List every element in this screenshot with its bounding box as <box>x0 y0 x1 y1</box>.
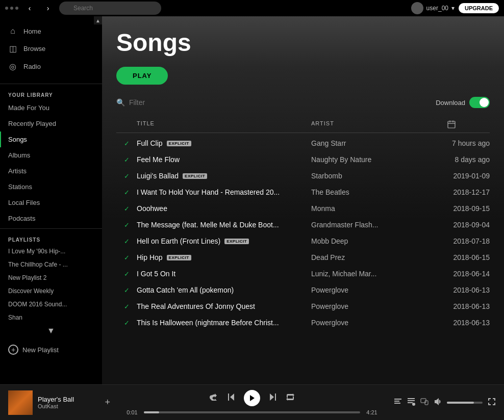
content-area: Songs PLAY 🔍 Download T <box>102 16 504 384</box>
topbar: ‹ › 🔍 user_00 ▾ UPGRADE <box>0 0 504 16</box>
explicit-badge: EXPLICIT <box>167 255 191 260</box>
radio-icon: ◎ <box>8 62 17 71</box>
sidebar-item-label: Made For You <box>8 104 49 112</box>
track-name: Player's Ball <box>38 396 99 403</box>
sidebar-item-albums[interactable]: Albums <box>0 147 102 163</box>
add-to-library-button[interactable]: + <box>105 397 110 408</box>
song-date: 2018-06-13 <box>413 302 490 310</box>
sidebar-scroll-down[interactable]: ▼ <box>0 324 102 337</box>
song-artist: Grandmaster Flash... <box>311 221 413 229</box>
sidebar-item-radio[interactable]: ◎ Radio <box>0 58 102 75</box>
username-label: user_00 <box>426 5 448 12</box>
table-row[interactable]: ✓ The Message (feat. Melle Mel & Duke Bo… <box>116 217 490 233</box>
controls-buttons <box>209 390 295 406</box>
filter-search-icon: 🔍 <box>116 98 125 107</box>
song-artist: Powerglove <box>311 286 413 294</box>
song-title: Hell on Earth (Front Lines) <box>137 237 220 245</box>
queue-button[interactable] <box>407 398 415 407</box>
volume-fill <box>447 402 474 404</box>
filter-input[interactable] <box>129 98 218 107</box>
volume-button[interactable] <box>434 398 442 407</box>
song-title: Feel Me Flow <box>137 155 180 164</box>
sidebar-scroll-up[interactable]: ▲ <box>94 16 102 24</box>
volume-bar[interactable] <box>447 402 483 404</box>
song-title: This Is Halloween (nightmare Before Chri… <box>137 319 279 327</box>
play-pause-button[interactable] <box>244 390 260 406</box>
check-icon: ✓ <box>116 172 137 180</box>
search-input[interactable] <box>59 2 161 15</box>
sidebar-item-label: Browse <box>23 45 45 52</box>
playlists-section-label: PLAYLISTS <box>0 231 102 245</box>
sidebar-item-local-files[interactable]: Local Files <box>0 195 102 211</box>
sidebar-item-label: Stations <box>8 183 32 191</box>
song-artist: Monma <box>311 204 413 213</box>
lyrics-button[interactable] <box>394 398 402 407</box>
sidebar-item-artists[interactable]: Artists <box>0 163 102 179</box>
devices-button[interactable] <box>420 398 429 407</box>
explicit-badge: EXPLICIT <box>167 141 191 146</box>
song-title-col: Ooohwee <box>137 204 311 213</box>
filter-bar: 🔍 Download <box>116 97 490 108</box>
table-row[interactable]: ✓ Gotta Catch 'em All (pokemon) Powerglo… <box>116 282 490 298</box>
table-row[interactable]: ✓ The Real Adventures Of Jonny Quest Pow… <box>116 298 490 314</box>
sidebar-item-recently-played[interactable]: Recently Played <box>0 116 102 132</box>
playlist-item[interactable]: I Love My '90s Hip-... <box>0 245 102 258</box>
song-artist: Gang Starr <box>311 139 413 147</box>
check-icon: ✓ <box>116 270 137 278</box>
play-button[interactable]: PLAY <box>116 67 168 85</box>
download-area: Download <box>436 97 490 108</box>
table-row[interactable]: ✓ I Got 5 On It Luniz, Michael Mar... 20… <box>116 266 490 282</box>
song-title-col: I Want To Hold Your Hand - Remastered 20… <box>137 188 311 196</box>
table-row[interactable]: ✓ Hell on Earth (Front Lines) EXPLICIT M… <box>116 233 490 249</box>
song-date: 2018-06-15 <box>413 253 490 261</box>
sidebar-item-made-for-you[interactable]: Made For You <box>0 100 102 116</box>
th-check <box>116 120 137 128</box>
next-button[interactable] <box>268 392 278 404</box>
prev-button[interactable] <box>226 392 236 404</box>
sidebar-item-stations[interactable]: Stations <box>0 179 102 195</box>
check-icon: ✓ <box>116 189 137 196</box>
playlist-item[interactable]: Discover Weekly <box>0 284 102 298</box>
table-row[interactable]: ✓ Luigi's Ballad EXPLICIT Starbomb 2019-… <box>116 168 490 184</box>
table-row[interactable]: ✓ I Want To Hold Your Hand - Remastered … <box>116 184 490 200</box>
playlist-item[interactable]: New Playlist 2 <box>0 271 102 284</box>
sidebar-item-home[interactable]: ⌂ Home <box>0 22 102 40</box>
table-row[interactable]: ✓ This Is Halloween (nightmare Before Ch… <box>116 314 490 331</box>
browse-icon: ◫ <box>8 44 17 54</box>
table-row[interactable]: ✓ Ooohwee Monma 2018-09-15 <box>116 200 490 217</box>
th-title: TITLE <box>137 120 311 128</box>
song-artist: Dead Prez <box>311 253 413 261</box>
player-controls: 0:01 4:21 <box>116 390 388 415</box>
user-area: user_00 ▾ <box>411 2 455 14</box>
song-date: 2018-06-13 <box>413 286 490 294</box>
sidebar-item-podcasts[interactable]: Podcasts <box>0 211 102 226</box>
sidebar-item-label: Home <box>23 28 41 35</box>
song-title-col: Feel Me Flow <box>137 155 311 164</box>
playlist-item[interactable]: Shan <box>0 311 102 324</box>
table-row[interactable]: ✓ Full Clip EXPLICIT Gang Starr 7 hours … <box>116 135 490 151</box>
song-artist: Naughty By Nature <box>311 155 413 164</box>
fullscreen-button[interactable] <box>488 398 496 407</box>
playlist-item[interactable]: The Chillhop Cafe - ... <box>0 258 102 271</box>
song-title-col: I Got 5 On It <box>137 270 311 278</box>
table-row[interactable]: ✓ Hip Hop EXPLICIT Dead Prez 2018-06-15 <box>116 249 490 266</box>
th-date <box>413 120 490 128</box>
nav-back-button[interactable]: ‹ <box>22 1 37 15</box>
svg-rect-0 <box>448 121 455 128</box>
repeat-button[interactable] <box>286 393 295 403</box>
table-row[interactable]: ✓ Feel Me Flow Naughty By Nature 8 days … <box>116 151 490 168</box>
song-date: 8 days ago <box>413 155 490 164</box>
new-playlist-button[interactable]: + New Playlist <box>0 339 102 360</box>
playlist-item[interactable]: DOOM 2016 Sound... <box>0 298 102 311</box>
upgrade-button[interactable]: UPGRADE <box>459 3 499 13</box>
shuffle-button[interactable] <box>209 393 218 403</box>
nav-forward-button[interactable]: › <box>41 1 55 15</box>
download-toggle[interactable] <box>469 97 490 108</box>
library-section-label: YOUR LIBRARY <box>0 86 102 100</box>
progress-bar[interactable] <box>144 411 360 413</box>
window-dots <box>5 7 18 10</box>
song-title: Ooohwee <box>137 204 167 213</box>
sidebar-item-songs[interactable]: Songs <box>0 132 102 147</box>
player-right <box>394 398 496 407</box>
sidebar-item-browse[interactable]: ◫ Browse <box>0 40 102 58</box>
